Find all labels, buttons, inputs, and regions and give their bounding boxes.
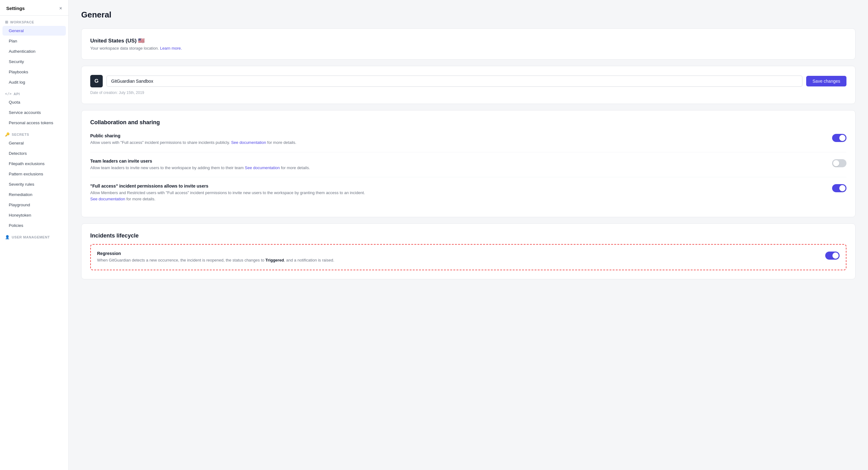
save-changes-button[interactable]: Save changes: [806, 76, 846, 87]
workspace-icon: ⊞: [5, 20, 8, 24]
collaboration-card: Collaboration and sharing Public sharing…: [81, 110, 856, 217]
regression-toggle[interactable]: [825, 252, 840, 260]
sidebar-item-policies[interactable]: Policies: [2, 221, 66, 230]
public-sharing-row: Public sharing Allow users with "Full ac…: [90, 127, 846, 152]
regression-label: Regression: [97, 251, 334, 256]
sidebar-item-audit-log[interactable]: Audit log: [2, 77, 66, 87]
page-title: General: [81, 10, 856, 20]
sidebar-item-remediation[interactable]: Remediation: [2, 190, 66, 199]
main-content: General United States (US) 🇺🇸 Your works…: [69, 0, 868, 470]
regression-content: Regression When GitGuardian detects a ne…: [97, 251, 334, 263]
sidebar-section-user-management: 👤 User management: [0, 231, 68, 241]
sidebar-item-quota[interactable]: Quota: [2, 97, 66, 107]
incidents-lifecycle-card: Incidents lifecycle Regression When GitG…: [81, 223, 856, 279]
workspace-name-card: G Save changes Date of creation: July 15…: [81, 66, 856, 104]
team-leaders-label: Team leaders can invite users: [90, 159, 310, 163]
sidebar: Settings × ⊞ Workspace General Plan Auth…: [0, 0, 69, 470]
full-access-toggle[interactable]: [832, 184, 846, 192]
user-management-icon: 👤: [5, 235, 10, 239]
full-access-label: "Full access" incident permissions allow…: [90, 184, 371, 188]
workspace-avatar: G: [90, 75, 103, 87]
api-icon: </>: [5, 92, 12, 96]
regression-box: Regression When GitGuardian detects a ne…: [90, 244, 846, 270]
team-leaders-content: Team leaders can invite users Allow team…: [90, 159, 310, 171]
learn-more-link[interactable]: Learn more.: [160, 46, 182, 51]
location-description: Your workspace data storage location. Le…: [90, 46, 846, 51]
toggle-section: Public sharing Allow users with "Full ac…: [90, 127, 846, 208]
sidebar-section-secrets: 🔑 Secrets: [0, 128, 68, 138]
full-access-doc-link[interactable]: See documentation: [90, 197, 125, 201]
sidebar-item-detectors[interactable]: Detectors: [2, 149, 66, 158]
workspace-name-input[interactable]: [106, 75, 802, 87]
public-sharing-toggle[interactable]: [832, 134, 846, 142]
location-card: United States (US) 🇺🇸 Your workspace dat…: [81, 28, 856, 60]
team-leaders-desc: Allow team leaders to invite new users t…: [90, 165, 310, 171]
sidebar-item-authentication[interactable]: Authentication: [2, 46, 66, 56]
sidebar-item-filepath-exclusions[interactable]: Filepath exclusions: [2, 159, 66, 168]
public-sharing-doc-link[interactable]: See documentation: [231, 140, 266, 145]
name-row: G Save changes: [90, 75, 846, 87]
close-icon[interactable]: ×: [59, 6, 62, 11]
full-access-desc: Allow Members and Restricted users with …: [90, 190, 371, 202]
regression-desc: When GitGuardian detects a new occurrenc…: [97, 257, 334, 263]
public-sharing-label: Public sharing: [90, 133, 296, 138]
full-access-row: "Full access" incident permissions allow…: [90, 177, 846, 208]
sidebar-item-plan[interactable]: Plan: [2, 36, 66, 46]
sidebar-section-workspace: ⊞ Workspace: [0, 15, 68, 26]
incidents-lifecycle-title: Incidents lifecycle: [90, 232, 846, 239]
team-leaders-toggle[interactable]: [832, 159, 846, 167]
sidebar-item-service-accounts[interactable]: Service accounts: [2, 108, 66, 117]
sidebar-header: Settings ×: [0, 0, 68, 15]
sidebar-item-general[interactable]: General: [2, 26, 66, 36]
sidebar-item-severity-rules[interactable]: Severity rules: [2, 180, 66, 189]
sidebar-item-secrets-general[interactable]: General: [2, 138, 66, 148]
sidebar-item-security[interactable]: Security: [2, 57, 66, 66]
secrets-icon: 🔑: [5, 132, 10, 137]
sidebar-item-playbooks[interactable]: Playbooks: [2, 67, 66, 77]
location-title: United States (US) 🇺🇸: [90, 37, 846, 44]
team-leaders-doc-link[interactable]: See documentation: [245, 165, 280, 170]
sidebar-title: Settings: [6, 6, 25, 11]
public-sharing-desc: Allow users with "Full access" incident …: [90, 139, 296, 146]
collaboration-title: Collaboration and sharing: [90, 119, 846, 126]
sidebar-item-personal-access-tokens[interactable]: Personal access tokens: [2, 118, 66, 128]
creation-date: Date of creation: July 15th, 2019: [90, 91, 846, 95]
sidebar-section-api: </> API: [0, 87, 68, 97]
sidebar-item-pattern-exclusions[interactable]: Pattern exclusions: [2, 169, 66, 179]
public-sharing-content: Public sharing Allow users with "Full ac…: [90, 133, 296, 146]
full-access-content: "Full access" incident permissions allow…: [90, 184, 371, 202]
sidebar-item-honeytoken[interactable]: Honeytoken: [2, 210, 66, 220]
sidebar-item-playground[interactable]: Playground: [2, 200, 66, 210]
team-leaders-row: Team leaders can invite users Allow team…: [90, 152, 846, 178]
